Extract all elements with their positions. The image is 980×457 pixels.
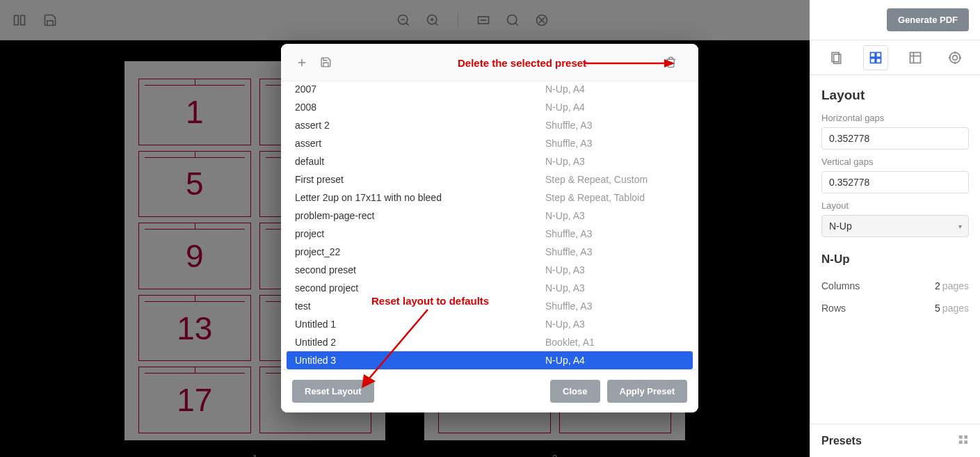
preset-name: test (295, 300, 545, 312)
presets-label: Presets (821, 435, 862, 447)
delete-preset-icon[interactable] (662, 54, 679, 71)
layout-label: Layout (821, 200, 969, 211)
columns-value: 2 (935, 280, 940, 291)
close-button[interactable]: Close (550, 380, 600, 403)
tab-sheet-icon[interactable] (903, 45, 928, 70)
preset-name: First preset (295, 174, 545, 185)
tab-layout-icon[interactable] (863, 45, 888, 70)
preset-type: Shuffle, A3 (545, 138, 592, 149)
preset-row[interactable]: 2007N-Up, A4 (287, 81, 693, 98)
svg-rect-20 (870, 58, 875, 63)
preset-type: Shuffle, A3 (545, 120, 592, 131)
preset-name: Letter 2up on 17x11 with no bleed (295, 192, 545, 203)
preset-row[interactable]: second projectN-Up, A3 (287, 279, 693, 297)
preset-name: Untitled 3 (295, 355, 545, 366)
rows-unit: pages (942, 303, 969, 314)
presets-modal: 2007N-Up, A42008N-Up, A4assert 2Shuffle,… (281, 44, 698, 412)
preset-name: second preset (295, 264, 545, 275)
reset-layout-button[interactable]: Reset Layout (292, 380, 374, 403)
preset-name: default (295, 156, 545, 167)
preset-name: second project (295, 282, 545, 294)
rows-value: 5 (935, 303, 940, 314)
layout-select[interactable]: N-Up (821, 215, 969, 237)
preset-row[interactable]: projectShuffle, A3 (287, 225, 693, 243)
preset-type: N-Up, A4 (545, 355, 585, 366)
preset-name: project_22 (295, 246, 545, 257)
preset-row[interactable]: testShuffle, A3 (287, 297, 693, 315)
preset-row[interactable]: second presetN-Up, A3 (287, 261, 693, 279)
preset-name: 2008 (295, 102, 545, 113)
preset-row[interactable]: assertShuffle, A3 (287, 134, 693, 152)
columns-row: Columns 2pages (821, 275, 969, 297)
presets-open-icon[interactable] (958, 434, 969, 447)
preset-row[interactable]: defaultN-Up, A3 (287, 152, 693, 170)
apply-preset-button[interactable]: Apply Preset (607, 380, 687, 403)
rows-row: Rows 5pages (821, 297, 969, 319)
preset-row[interactable]: project_22Shuffle, A3 (287, 243, 693, 261)
add-preset-icon[interactable] (294, 54, 310, 71)
tab-pages-icon[interactable] (824, 45, 849, 70)
preset-type: Booklet, A1 (545, 337, 595, 348)
preset-type: Shuffle, A3 (545, 246, 592, 257)
preset-name: problem-page-rect (295, 210, 545, 221)
preset-type: N-Up, A4 (545, 102, 585, 113)
svg-rect-18 (870, 52, 875, 57)
nup-heading: N-Up (821, 252, 969, 266)
hgaps-input[interactable] (821, 127, 969, 150)
preset-name: Untitled 2 (295, 337, 545, 348)
svg-rect-21 (876, 58, 881, 63)
preset-type: Shuffle, A3 (545, 300, 592, 312)
preset-name: 2007 (295, 83, 545, 95)
svg-rect-33 (959, 440, 963, 444)
preset-row[interactable]: First presetStep & Repeat, Custom (287, 170, 693, 189)
preset-row[interactable]: Untitled 1N-Up, A3 (287, 315, 693, 333)
preset-row[interactable]: assert 2Shuffle, A3 (287, 116, 693, 134)
preset-type: N-Up, A3 (545, 319, 585, 330)
preset-type: N-Up, A4 (545, 83, 585, 95)
preset-row[interactable]: Untitled 3N-Up, A4 (287, 351, 693, 369)
preset-type: Shuffle, A3 (545, 228, 592, 239)
preset-name: assert (295, 138, 545, 149)
preset-type: N-Up, A3 (545, 210, 585, 221)
preset-type: N-Up, A3 (545, 156, 585, 167)
preset-row[interactable]: 2008N-Up, A4 (287, 98, 693, 116)
svg-rect-32 (964, 435, 967, 439)
preset-type: N-Up, A3 (545, 282, 585, 294)
vgaps-input[interactable] (821, 171, 969, 193)
save-preset-icon[interactable] (317, 54, 334, 71)
hgaps-label: Horizontal gaps (821, 113, 969, 123)
preset-row[interactable]: Letter 2up on 17x11 with no bleedStep & … (287, 189, 693, 207)
svg-point-26 (952, 55, 957, 60)
columns-label: Columns (821, 280, 860, 291)
preset-type: N-Up, A3 (545, 264, 585, 275)
preset-name: Untitled 1 (295, 319, 545, 330)
preset-type: Step & Repeat, Tabloid (545, 192, 645, 203)
svg-rect-34 (964, 440, 967, 444)
right-sidebar: Layout Horizontal gaps Vertical gaps Lay… (810, 40, 980, 457)
rows-label: Rows (821, 303, 846, 314)
preset-row[interactable]: problem-page-rectN-Up, A3 (287, 207, 693, 225)
vgaps-label: Vertical gaps (821, 157, 969, 167)
svg-point-25 (949, 52, 960, 63)
svg-rect-31 (959, 435, 963, 439)
layout-heading: Layout (821, 88, 969, 103)
preset-name: project (295, 228, 545, 239)
preset-type: Step & Repeat, Custom (545, 174, 648, 185)
columns-unit: pages (942, 280, 969, 291)
generate-pdf-button[interactable]: Generate PDF (887, 8, 969, 31)
svg-rect-22 (910, 52, 920, 63)
tab-marks-icon[interactable] (942, 45, 967, 70)
preset-list[interactable]: 2007N-Up, A42008N-Up, A4assert 2Shuffle,… (281, 81, 698, 369)
svg-rect-19 (876, 52, 881, 57)
preset-name: assert 2 (295, 120, 545, 131)
preset-row[interactable]: Untitled 2Booklet, A1 (287, 333, 693, 351)
